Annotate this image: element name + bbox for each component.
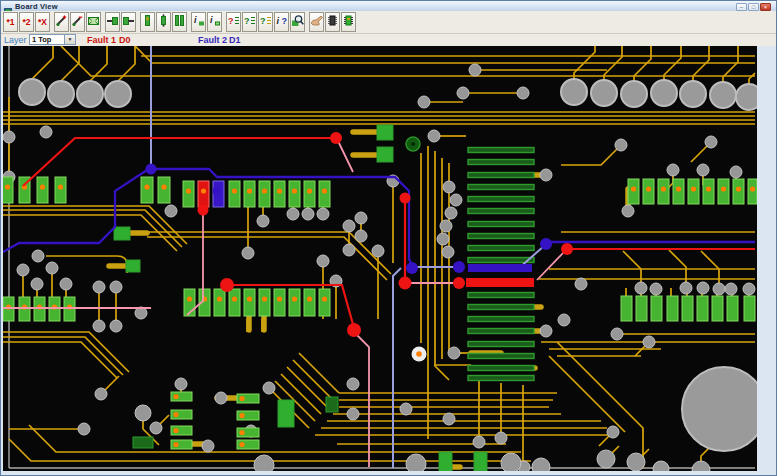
query-net-list-icon: ? bbox=[259, 13, 272, 31]
toolbar-group bbox=[54, 12, 102, 32]
toolbar-button-query-net-list[interactable]: ? bbox=[258, 12, 273, 32]
toolbar-button-component-single[interactable] bbox=[140, 12, 155, 32]
chevron-down-icon[interactable]: ▼ bbox=[64, 35, 75, 44]
svg-text:?: ? bbox=[228, 16, 234, 26]
close-button[interactable]: × bbox=[760, 3, 771, 11]
toolbar-button-probe-1[interactable]: *1 bbox=[3, 12, 18, 32]
toolbar-button-query-net-red[interactable]: ? bbox=[226, 12, 241, 32]
fault2-net: D1 bbox=[229, 34, 241, 46]
pad-right-icon bbox=[122, 13, 135, 31]
component-dual-icon bbox=[173, 13, 186, 31]
query-net-red-icon: ? bbox=[227, 13, 240, 31]
svg-text:i: i bbox=[210, 15, 213, 25]
toolbar: *1*2*Xii???i? bbox=[1, 11, 776, 34]
pad-left-icon bbox=[106, 13, 119, 31]
toolbar-group bbox=[309, 12, 357, 32]
pcb-svg bbox=[3, 46, 757, 471]
layer-dropdown-value: 1 Top bbox=[30, 35, 64, 44]
info-pad-a-icon: i bbox=[192, 13, 205, 31]
toolbar-group bbox=[140, 12, 188, 32]
toolbar-button-ic-lit[interactable] bbox=[341, 12, 356, 32]
toolbar-group: ii bbox=[191, 12, 223, 32]
ic-dark-icon bbox=[326, 13, 339, 31]
info-pad-b-icon: i bbox=[208, 13, 221, 31]
toolbar-button-remove-probe[interactable] bbox=[70, 12, 85, 32]
app-icon bbox=[4, 2, 12, 10]
toolbar-button-info-pad-b[interactable]: i bbox=[207, 12, 222, 32]
board-fit-icon bbox=[87, 13, 100, 31]
window-controls: –□× bbox=[736, 3, 771, 11]
layer-label: Layer bbox=[4, 34, 27, 46]
fault1-net: D0 bbox=[119, 34, 131, 46]
zoom-board-icon bbox=[291, 13, 304, 31]
maximize-button[interactable]: □ bbox=[748, 3, 759, 11]
toolbar-button-zoom-board[interactable] bbox=[290, 12, 305, 32]
toolbar-button-component-pins[interactable] bbox=[156, 12, 171, 32]
fault1-label: Fault 1 bbox=[87, 34, 116, 46]
toolbar-group: *1*2*X bbox=[3, 12, 51, 32]
layer-bar: Layer 1 Top ▼ Fault 1 D0 Fault 2 D1 bbox=[1, 34, 776, 46]
ic-lit-icon bbox=[342, 13, 355, 31]
toolbar-button-pad-right[interactable] bbox=[121, 12, 136, 32]
remove-probe-icon bbox=[71, 13, 84, 31]
component-single-icon bbox=[141, 13, 154, 31]
window-title: Board View bbox=[15, 2, 58, 11]
svg-text:i: i bbox=[277, 16, 280, 26]
toolbar-group: ???i? bbox=[226, 12, 306, 32]
toolbar-button-board-fit[interactable] bbox=[86, 12, 101, 32]
toolbar-button-ic-dark[interactable] bbox=[325, 12, 340, 32]
toolbar-button-pad-left[interactable] bbox=[105, 12, 120, 32]
toolbar-button-probe-x[interactable]: *X bbox=[35, 12, 50, 32]
toolbar-button-component-dual[interactable] bbox=[172, 12, 187, 32]
toolbar-button-query-net-green[interactable]: ? bbox=[242, 12, 257, 32]
toolbar-group bbox=[105, 12, 137, 32]
toolbar-button-info-pad-a[interactable]: i bbox=[191, 12, 206, 32]
toolbar-button-query-info[interactable]: i? bbox=[274, 12, 289, 32]
toolbar-button-hand-probe[interactable] bbox=[309, 12, 324, 32]
fault2-label: Fault 2 bbox=[198, 34, 227, 46]
probe-1-label: *1 bbox=[6, 17, 14, 27]
pcb-canvas[interactable] bbox=[3, 46, 757, 471]
probe-x-label: *X bbox=[38, 17, 47, 27]
hand-probe-icon bbox=[310, 13, 323, 31]
svg-text:?: ? bbox=[282, 16, 288, 26]
query-info-icon: i? bbox=[275, 13, 288, 31]
add-probe-icon bbox=[55, 13, 68, 31]
component-pins-icon bbox=[157, 13, 170, 31]
toolbar-button-add-probe[interactable] bbox=[54, 12, 69, 32]
layer-dropdown[interactable]: 1 Top ▼ bbox=[29, 34, 76, 45]
probe-2-label: *2 bbox=[22, 17, 30, 27]
query-net-green-icon: ? bbox=[243, 13, 256, 31]
minimize-button[interactable]: – bbox=[736, 3, 747, 11]
svg-text:?: ? bbox=[244, 16, 250, 26]
svg-text:i: i bbox=[194, 15, 197, 25]
svg-text:?: ? bbox=[260, 16, 266, 26]
toolbar-button-probe-2[interactable]: *2 bbox=[19, 12, 34, 32]
board-view-window: Board View –□× *1*2*Xii???i? Layer 1 Top… bbox=[0, 0, 777, 476]
